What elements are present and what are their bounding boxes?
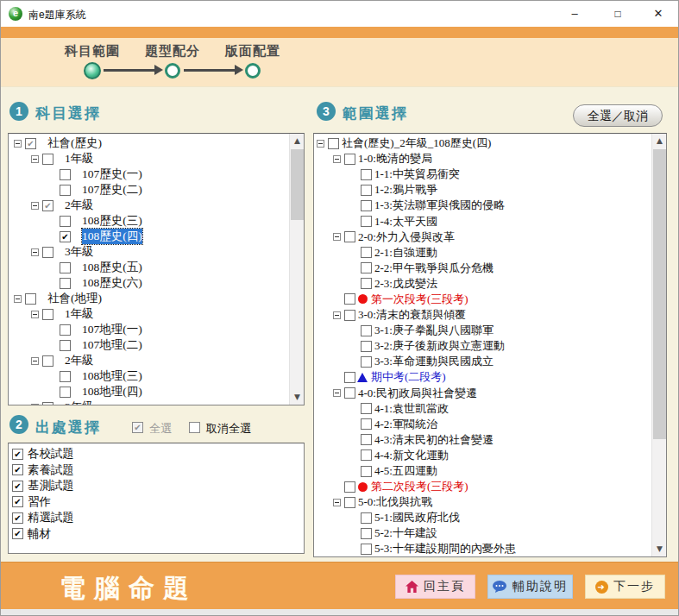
- tree-node-label[interactable]: 2-1:自強運動: [374, 245, 437, 261]
- tree-node-checkbox[interactable]: ✔: [42, 200, 53, 211]
- source-item-checkbox[interactable]: ✔: [12, 496, 23, 507]
- tree-node-label[interactable]: 4-0:民初政局與社會變遷: [358, 386, 477, 401]
- tree-node-checkbox[interactable]: [361, 466, 372, 477]
- tree-node-checkbox[interactable]: [361, 544, 372, 555]
- deselect-all-checkbox[interactable]: [189, 422, 200, 433]
- scroll-up-icon[interactable]: ▲: [290, 134, 305, 148]
- tree-node-checkbox[interactable]: [42, 402, 53, 405]
- tree-node-label[interactable]: 1-4:太平天國: [374, 214, 437, 229]
- tree-node-checkbox[interactable]: [361, 262, 372, 273]
- tree-node-label[interactable]: 社會(歷史): [47, 135, 102, 151]
- tree-row[interactable]: ✔2年級: [9, 198, 288, 213]
- help-button[interactable]: 輔助說明: [487, 575, 573, 599]
- tree-row[interactable]: 2-3:戊戌變法: [314, 276, 651, 292]
- tree-row[interactable]: 1-2:鴉片戰爭: [314, 182, 651, 198]
- tree-node-label[interactable]: 1-0:晚清的變局: [358, 151, 432, 167]
- collapse-toggle-icon[interactable]: [14, 295, 22, 303]
- tree-row[interactable]: 107地理(一): [9, 322, 288, 337]
- source-item-checkbox[interactable]: ✔: [12, 464, 23, 475]
- source-item[interactable]: ✔輔材: [9, 526, 304, 543]
- tree-node-label[interactable]: 108地理(四): [82, 384, 142, 399]
- tree-node-label[interactable]: 1年級: [65, 306, 94, 322]
- tree-node-label[interactable]: 4-5:五四運動: [374, 463, 437, 479]
- tree-row[interactable]: 108地理(三): [9, 368, 288, 384]
- scroll-down-icon[interactable]: ▼: [652, 542, 667, 556]
- tree-row[interactable]: 1-1:中英貿易衝突: [314, 167, 651, 182]
- tree-node-label[interactable]: 3-1:庚子拳亂與八國聯軍: [374, 323, 494, 338]
- tree-row[interactable]: 108歷史(五): [9, 260, 288, 275]
- tree-node-label[interactable]: 107地理(一): [82, 322, 142, 337]
- tree-row[interactable]: 108歷史(三): [9, 213, 288, 229]
- collapse-toggle-icon[interactable]: [31, 155, 39, 163]
- tree-row[interactable]: 5-0:北伐與抗戰: [314, 494, 651, 510]
- tree-node-checkbox[interactable]: [361, 169, 372, 180]
- tree-node-checkbox[interactable]: [361, 247, 372, 258]
- tree-node-checkbox[interactable]: [60, 387, 71, 398]
- tree-row[interactable]: 第一次段考(三段考): [314, 292, 651, 307]
- tree-node-label[interactable]: 1-1:中英貿易衝突: [374, 167, 460, 182]
- collapse-toggle-icon[interactable]: [333, 155, 341, 163]
- tree-node-label[interactable]: 1年級: [65, 151, 94, 167]
- tree-node-checkbox[interactable]: [361, 325, 372, 336]
- tree-row[interactable]: ✔108歷史(四): [9, 229, 288, 244]
- tree-node-checkbox[interactable]: [42, 247, 53, 258]
- source-item[interactable]: ✔習作: [9, 494, 304, 511]
- tree-node-checkbox[interactable]: ✔: [25, 138, 36, 149]
- tree-node-label[interactable]: 107地理(二): [82, 337, 142, 353]
- collapse-toggle-icon[interactable]: [31, 404, 39, 405]
- select-all-toggle-button[interactable]: 全選／取消: [573, 104, 663, 127]
- tree-row[interactable]: 107地理(二): [9, 337, 288, 353]
- tree-node-label[interactable]: 3-0:清末的衰頹與傾覆: [358, 307, 466, 323]
- tree-node-checkbox[interactable]: [60, 371, 71, 382]
- tree-row[interactable]: 3-1:庚子拳亂與八國聯軍: [314, 323, 651, 338]
- tree-node-checkbox[interactable]: [328, 138, 339, 149]
- tree-node-label[interactable]: 2-3:戊戌變法: [374, 276, 437, 292]
- tree-node-checkbox[interactable]: [344, 497, 355, 508]
- tree-node-label[interactable]: 3-2:庚子後新政與立憲運動: [374, 338, 505, 354]
- tree-row[interactable]: 期中考(二段考): [314, 369, 651, 385]
- collapse-toggle-icon[interactable]: [14, 140, 22, 148]
- tree-node-checkbox[interactable]: [60, 262, 71, 273]
- tree-node-checkbox[interactable]: [344, 387, 355, 399]
- source-item[interactable]: ✔精選試題: [9, 510, 304, 526]
- tree-row[interactable]: 108地理(四): [9, 384, 288, 399]
- tree-node-label[interactable]: 108歷史(三): [82, 213, 142, 229]
- tree-row[interactable]: 108歷史(六): [9, 275, 288, 291]
- tree-node-label[interactable]: 107歷史(二): [82, 182, 142, 198]
- tree-node-label[interactable]: 108歷史(四): [82, 229, 142, 244]
- home-button[interactable]: 回主頁: [395, 575, 475, 599]
- tree-row[interactable]: 1-0:晚清的變局: [314, 151, 651, 167]
- range-tree-scrollbar[interactable]: ▲ ▼: [651, 134, 666, 556]
- tree-node-checkbox[interactable]: [361, 418, 372, 430]
- tree-node-label[interactable]: 5-0:北伐與抗戰: [358, 494, 432, 510]
- tree-node-checkbox[interactable]: [42, 154, 53, 165]
- tree-node-checkbox[interactable]: [60, 340, 71, 351]
- close-button[interactable]: ✕: [641, 1, 676, 27]
- select-all-checkbox[interactable]: ✔: [132, 422, 143, 433]
- tree-row[interactable]: 1-4:太平天國: [314, 213, 651, 229]
- subject-tree-scrollbar[interactable]: ▲ ▼: [289, 134, 304, 405]
- tree-row[interactable]: 2-2:甲午戰爭與瓜分危機: [314, 261, 651, 276]
- tree-row[interactable]: 社會(地理): [9, 291, 288, 306]
- collapse-toggle-icon[interactable]: [333, 389, 341, 397]
- tree-row[interactable]: 2-0:外力入侵與改革: [314, 229, 651, 245]
- tree-row[interactable]: 5-3:十年建設期間的內憂外患: [314, 541, 651, 556]
- tree-node-label[interactable]: 3年級: [65, 244, 94, 260]
- tree-node-checkbox[interactable]: [361, 216, 372, 227]
- source-item-checkbox[interactable]: ✔: [12, 528, 23, 539]
- tree-node-checkbox[interactable]: [60, 216, 71, 227]
- tree-row[interactable]: ✔社會(歷史): [9, 135, 288, 151]
- step-circle-1-active[interactable]: [84, 62, 101, 79]
- tree-node-checkbox[interactable]: ✔: [60, 231, 71, 242]
- tree-node-label[interactable]: 2-0:外力入侵與改革: [358, 229, 455, 245]
- tree-node-label[interactable]: 4-4:新文化運動: [374, 448, 449, 463]
- tree-node-checkbox[interactable]: [344, 154, 355, 165]
- tree-node-checkbox[interactable]: [60, 278, 71, 289]
- tree-node-checkbox[interactable]: [60, 324, 71, 336]
- tree-node-checkbox[interactable]: [361, 512, 372, 524]
- tree-row[interactable]: 4-2:軍閥統治: [314, 417, 651, 432]
- scroll-down-icon[interactable]: ▼: [290, 390, 305, 405]
- tree-row[interactable]: 3年級: [9, 399, 288, 405]
- tree-node-checkbox[interactable]: [344, 481, 355, 493]
- source-item[interactable]: ✔各校試題: [9, 446, 304, 462]
